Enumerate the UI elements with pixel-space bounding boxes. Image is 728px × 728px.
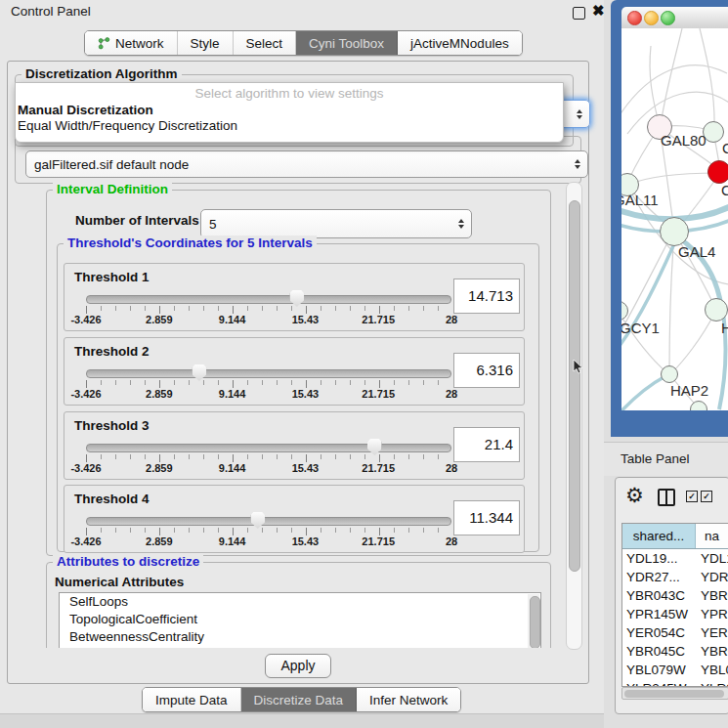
- table-row[interactable]: YLR345WYLR3: [622, 679, 728, 687]
- list-scrollbar[interactable]: [528, 594, 539, 648]
- tab-network[interactable]: Network: [85, 31, 178, 55]
- top-tab-bar: Network Style Select Cyni Toolbox jActiv…: [84, 30, 523, 56]
- table-row[interactable]: YBR045CYBR0: [622, 642, 728, 661]
- threshold-4-value-field[interactable]: 11.344: [453, 500, 520, 535]
- network-window-titlebar[interactable]: [621, 7, 728, 29]
- threshold-4-slider[interactable]: -3.4262.8599.14415.4321.71528: [78, 511, 461, 548]
- list-item[interactable]: TopologicalCoefficient: [60, 611, 540, 628]
- combo-arrows-icon: [575, 159, 580, 169]
- network-icon: [98, 37, 110, 50]
- tab-jactivemnodules[interactable]: jActiveMNodules: [398, 31, 522, 55]
- settings-scrollview: Interval Definition Number of Intervals …: [16, 182, 566, 648]
- threshold-label: Threshold 2: [74, 344, 150, 359]
- node-hap2[interactable]: [661, 365, 678, 383]
- node-gal4[interactable]: [660, 217, 689, 246]
- right-workspace: GAL80 G C GAL11 GAL4 GCY1 H HAP2 Table P…: [604, 0, 728, 728]
- algorithm-dropdown-popup: Select algorithm to view settings Manual…: [15, 82, 564, 143]
- tab-style[interactable]: Style: [178, 31, 234, 55]
- checkbox-icon[interactable]: ✓: [701, 491, 712, 502]
- table-cell: YDL19...: [622, 549, 695, 568]
- node-label: C: [721, 182, 728, 198]
- checkbox-icon[interactable]: ✓: [686, 491, 698, 502]
- node-label: GAL4: [678, 243, 715, 260]
- threshold-3-value-field[interactable]: 21.4: [453, 427, 520, 462]
- node[interactable]: [705, 298, 728, 321]
- bottom-tab-bar: Impute Data Discretize Data Infer Networ…: [142, 687, 461, 712]
- table-hscrollbar[interactable]: [621, 687, 728, 700]
- combo-arrows-icon: [577, 109, 582, 119]
- close-icon[interactable]: ✖: [592, 4, 605, 18]
- threshold-1-value-field[interactable]: 14.713: [453, 278, 520, 314]
- table-row[interactable]: YBL079WYBL0: [622, 661, 728, 679]
- node-label: HAP2: [670, 382, 708, 399]
- minimize-traffic-light[interactable]: [644, 11, 659, 25]
- slider-thumb[interactable]: [250, 512, 265, 529]
- combo-arrows-icon: [458, 219, 464, 229]
- table-header-row: shared... na: [622, 524, 728, 549]
- tab-select[interactable]: Select: [234, 31, 297, 55]
- column-header-shared[interactable]: shared...: [622, 524, 696, 548]
- network-view-window: GAL80 G C GAL11 GAL4 GCY1 H HAP2: [611, 0, 728, 437]
- table-cell: YER0: [695, 623, 728, 642]
- tab-cyni-toolbox[interactable]: Cyni Toolbox: [296, 31, 398, 55]
- table-row[interactable]: YDL19...YDL1: [622, 549, 728, 568]
- slider-thumb[interactable]: [192, 364, 206, 381]
- list-item[interactable]: SelfLoops: [60, 593, 540, 611]
- slider-thumb[interactable]: [367, 439, 382, 455]
- threshold-2-value-field[interactable]: 6.316: [453, 353, 520, 388]
- threshold-label: Threshold 1: [74, 270, 150, 284]
- bottom-strip: [0, 713, 606, 728]
- slider-scale-labels: -3.4262.8599.14415.4321.71528: [86, 462, 451, 474]
- scrollbar-thumb[interactable]: [624, 690, 724, 698]
- control-panel-titlebar: Control Panel ✖: [0, 0, 606, 23]
- node-red[interactable]: [707, 160, 728, 184]
- table-row[interactable]: YDR27...YDR2: [622, 568, 728, 586]
- tab-impute-data[interactable]: Impute Data: [143, 688, 241, 711]
- table-data-combobox[interactable]: galFiltered.sif default node: [25, 150, 588, 178]
- attributes-group: Attributes to discretize Numerical Attri…: [46, 562, 551, 648]
- table-row[interactable]: YBR043CYBR0: [622, 586, 728, 605]
- numerical-attributes-list[interactable]: SelfLoopsTopologicalCoefficientBetweenne…: [59, 592, 541, 648]
- threshold-3-slider[interactable]: -3.4262.8599.14415.4321.71528: [78, 438, 461, 475]
- number-of-intervals-combobox[interactable]: 5: [200, 209, 472, 238]
- table-cell: YLR345W: [622, 679, 695, 687]
- dropdown-placeholder-item[interactable]: Select algorithm to view settings: [16, 86, 563, 103]
- apply-button[interactable]: Apply: [265, 654, 331, 678]
- column-header-name[interactable]: na: [696, 524, 728, 548]
- slider-track[interactable]: [86, 295, 451, 304]
- node-label: G: [722, 140, 728, 156]
- threshold-2-slider[interactable]: -3.4262.8599.14415.4321.71528: [78, 364, 461, 401]
- settings-scrollbar[interactable]: [566, 182, 582, 650]
- zoom-traffic-light[interactable]: [661, 11, 675, 25]
- table-row[interactable]: YER054CYER0: [622, 623, 728, 642]
- group-title: Discretization Algorithm: [21, 66, 182, 81]
- dropdown-items: Manual DiscretizationEqual Width/Frequen…: [16, 103, 563, 134]
- close-traffic-light[interactable]: [627, 11, 642, 25]
- float-window-icon[interactable]: [573, 7, 585, 20]
- list-item[interactable]: BetweennessCentrality: [60, 628, 540, 646]
- threshold-2-panel: Threshold 2 -3.4262.8599.14415.4321.7152…: [64, 337, 525, 406]
- node-label: GCY1: [621, 320, 660, 336]
- slider-thumb[interactable]: [289, 290, 304, 307]
- network-canvas[interactable]: GAL80 G C GAL11 GAL4 GCY1 H HAP2: [621, 28, 728, 410]
- control-panel-window: Control Panel ✖ Network Style Select Cyn…: [0, 0, 606, 728]
- split-columns-icon[interactable]: [658, 489, 675, 506]
- tab-infer-network[interactable]: Infer Network: [357, 688, 460, 711]
- slider-track[interactable]: [86, 517, 451, 526]
- table-cell: YBL0: [695, 661, 728, 679]
- node-attribute-table[interactable]: shared... na YDL19...YDL1YDR27...YDR2YBR…: [621, 523, 728, 687]
- gear-icon[interactable]: ⚙: [625, 485, 644, 505]
- dropdown-item[interactable]: Equal Width/Frequency Discretization: [16, 118, 563, 134]
- tab-discretize-data[interactable]: Discretize Data: [241, 688, 358, 711]
- dropdown-item[interactable]: Manual Discretization: [16, 103, 563, 118]
- number-of-intervals-label: Number of Intervals: [75, 213, 199, 228]
- scrollbar-thumb[interactable]: [569, 200, 580, 572]
- table-cell: YBL079W: [622, 661, 695, 679]
- slider-scale-labels: -3.4262.8599.14415.4321.71528: [86, 535, 451, 547]
- table-cell: YBR045C: [622, 642, 695, 661]
- table-row[interactable]: YPR145WYPR1: [622, 605, 728, 623]
- threshold-1-slider[interactable]: -3.4262.8599.14415.4321.71528: [78, 289, 461, 326]
- slider-track[interactable]: [86, 444, 451, 452]
- slider-track[interactable]: [86, 369, 451, 378]
- table-panel-titlebar: Table Panel: [604, 442, 728, 476]
